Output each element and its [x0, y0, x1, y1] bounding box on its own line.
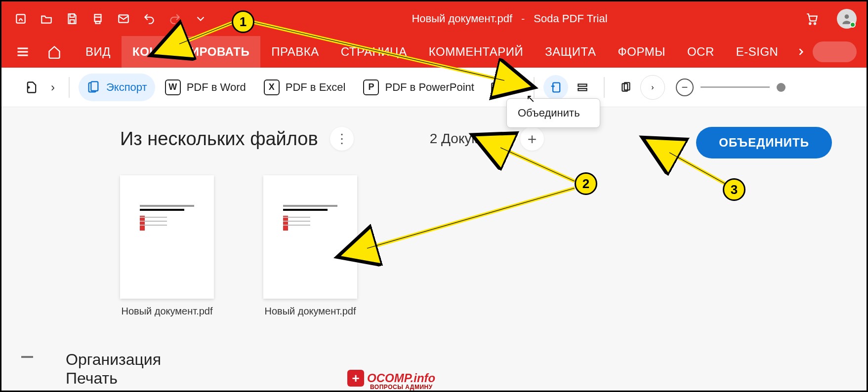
file-name: Новый документ.pdf: [121, 306, 212, 317]
divider: [534, 77, 535, 98]
redo-icon: [165, 9, 184, 28]
more-options-button[interactable]: ⋮: [330, 127, 354, 151]
svg-rect-12: [553, 82, 560, 92]
app-logo-icon[interactable]: [11, 9, 30, 28]
chevron-left-icon[interactable]: ‹: [511, 80, 525, 94]
image-icon[interactable]: [484, 75, 509, 100]
export-label: Экспорт: [106, 81, 147, 94]
customize-dropdown-icon[interactable]: [191, 9, 210, 28]
annotation-number-2: 2: [575, 172, 597, 195]
pdf-to-ppt-button[interactable]: P PDF в PowerPoint: [355, 74, 482, 101]
quick-copy-icon[interactable]: [614, 75, 638, 100]
ribbon-bar: › Экспорт W PDF в Word X PDF в Excel P P…: [1, 68, 867, 107]
svg-rect-10: [492, 83, 501, 91]
user-avatar[interactable]: [837, 9, 857, 29]
tab-vid[interactable]: ВИД: [75, 36, 122, 68]
status-dot-icon: [850, 22, 856, 28]
svg-rect-2: [70, 20, 75, 24]
pdf-to-word-label: PDF в Word: [187, 81, 246, 94]
tab-komment[interactable]: КОММЕНТАРИЙ: [418, 36, 535, 68]
divider: [21, 356, 33, 358]
svg-rect-1: [70, 14, 75, 17]
background-text: Организация Печать: [66, 350, 161, 388]
add-document-button[interactable]: ＋: [520, 127, 544, 151]
main-area: Из нескольких файлов ⋮ 2 Документа ＋ ОБЪ…: [1, 107, 867, 391]
print-icon[interactable]: [88, 9, 107, 28]
svg-rect-13: [578, 84, 586, 86]
zoom-handle[interactable]: [777, 83, 785, 92]
svg-point-7: [845, 14, 849, 19]
svg-rect-14: [578, 88, 586, 90]
watermark-subtext: ВОПРОСЫ АДМИНУ: [370, 384, 433, 391]
pdf-to-excel-button[interactable]: X PDF в Excel: [256, 74, 354, 101]
export-button[interactable]: Экспорт: [79, 74, 155, 101]
merge-tooltip: Объединить: [506, 98, 600, 128]
tab-pravka[interactable]: ПРАВКА: [260, 36, 330, 68]
annotation-number-1: 1: [232, 10, 254, 33]
zoom-slider[interactable]: −: [676, 78, 785, 96]
plus-icon: +: [347, 370, 364, 387]
svg-point-5: [809, 23, 811, 24]
tab-zashchita[interactable]: ЗАЩИТА: [534, 36, 607, 68]
divider: [69, 77, 70, 98]
tab-more-icon[interactable]: [789, 36, 813, 68]
search-input[interactable]: [813, 41, 857, 62]
tab-stranica[interactable]: СТРАНИЦА: [330, 36, 418, 68]
tab-esign[interactable]: E-SIGN: [725, 36, 789, 68]
pdf-to-word-button[interactable]: W PDF в Word: [157, 74, 254, 101]
tab-konvertirovat[interactable]: КОНВЕРТИРОВАТЬ: [122, 36, 260, 68]
annotation-number-3: 3: [723, 178, 745, 201]
title-separator: -: [521, 12, 525, 25]
chevron-right-icon[interactable]: ›: [640, 75, 665, 100]
split-icon[interactable]: [570, 75, 595, 100]
tab-bar: ВИД КОНВЕРТИРОВАТЬ ПРАВКА СТРАНИЦА КОММЕ…: [1, 36, 867, 68]
merge-tool-icon[interactable]: [543, 75, 568, 100]
insert-file-icon[interactable]: [19, 75, 44, 100]
chevron-right-icon[interactable]: ›: [46, 80, 60, 94]
svg-point-6: [814, 23, 816, 24]
word-letter-icon: W: [165, 79, 181, 95]
hamburger-icon[interactable]: [11, 40, 34, 63]
tab-formy[interactable]: ФОРМЫ: [607, 36, 676, 68]
file-item[interactable]: Новый документ.pdf: [263, 175, 357, 317]
file-name: Новый документ.pdf: [264, 306, 356, 317]
cart-icon[interactable]: [802, 9, 821, 28]
pdf-to-ppt-label: PDF в PowerPoint: [385, 81, 474, 94]
merge-button[interactable]: ОБЪЕДИНИТЬ: [696, 127, 832, 158]
home-icon[interactable]: [43, 40, 66, 63]
window-title: Новый документ.pdf - Soda PDF Trial: [217, 12, 802, 25]
watermark-text: OCOMP.info: [367, 371, 435, 385]
page-thumbnail[interactable]: [120, 175, 214, 299]
zoom-track[interactable]: [701, 86, 770, 88]
open-icon[interactable]: [37, 9, 56, 28]
zoom-out-icon[interactable]: −: [676, 78, 694, 96]
page-thumbnail[interactable]: [263, 175, 357, 299]
excel-letter-icon: X: [264, 79, 280, 95]
svg-rect-9: [91, 81, 98, 91]
product-name: Soda PDF Trial: [534, 12, 607, 25]
quick-access-bar: Новый документ.pdf - Soda PDF Trial: [1, 1, 867, 36]
divider: [604, 77, 605, 98]
undo-icon[interactable]: [140, 9, 159, 28]
mail-icon[interactable]: [114, 9, 133, 28]
pdf-to-excel-label: PDF в Excel: [286, 81, 346, 94]
ppt-letter-icon: P: [363, 79, 379, 95]
tab-ocr[interactable]: OCR: [676, 36, 725, 68]
page-title: Из нескольких файлов: [120, 128, 318, 150]
save-icon[interactable]: [63, 9, 82, 28]
document-name: Новый документ.pdf: [412, 12, 512, 25]
svg-rect-3: [95, 17, 101, 22]
file-item[interactable]: Новый документ.pdf: [120, 175, 214, 317]
document-count: 2 Документа: [430, 131, 510, 147]
